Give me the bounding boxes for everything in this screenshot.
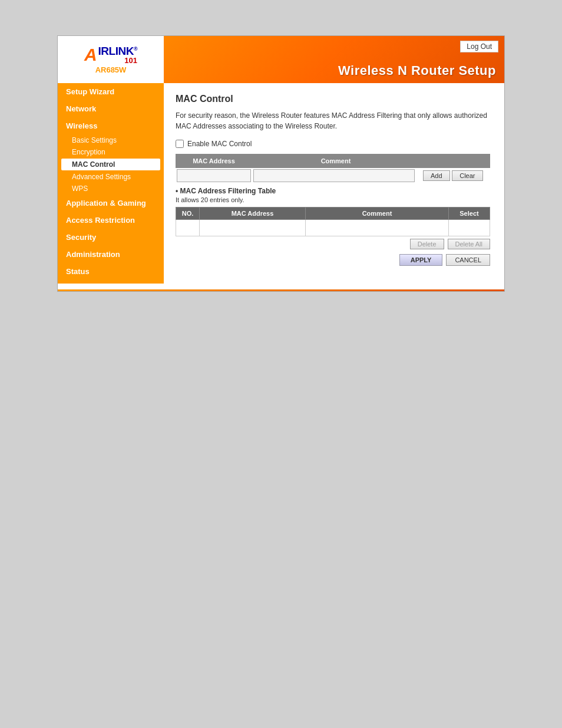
table-row-empty: [176, 220, 490, 236]
th-no: NO.: [176, 207, 200, 220]
delete-row: Delete Delete All: [176, 239, 490, 249]
mac-filter-table: NO. MAC Address Comment Select: [176, 207, 490, 236]
logo-101-text: 101: [98, 57, 137, 64]
th-select: Select: [449, 207, 490, 220]
cancel-button[interactable]: CANCEL: [446, 254, 490, 266]
delete-button[interactable]: Delete: [410, 239, 444, 249]
input-table: MAC Address Comment Add Clear: [176, 154, 490, 183]
sidebar-sub-basic-settings[interactable]: Basic Settings: [58, 134, 164, 146]
comment-col-header: Comment: [252, 154, 419, 168]
router-title: Wireless N Router Setup: [338, 63, 496, 78]
apply-button[interactable]: APPLY: [399, 254, 443, 266]
sidebar-sub-wps[interactable]: WPS: [58, 183, 164, 195]
mac-input-cell: [176, 168, 252, 183]
sidebar-sub-mac-control[interactable]: MAC Control: [61, 159, 160, 170]
th-comment: Comment: [306, 207, 449, 220]
mac-address-col-header: MAC Address: [176, 154, 252, 168]
header: A IRLINK® 101 AR685W Log Out Wireless N …: [58, 36, 504, 83]
footer-line: [58, 289, 504, 291]
enable-mac-control-row: Enable MAC Control: [176, 140, 490, 148]
clear-button[interactable]: Clear: [452, 170, 482, 181]
comment-input-cell: [252, 168, 419, 183]
add-button[interactable]: Add: [423, 170, 450, 181]
sidebar-item-application-gaming[interactable]: Application & Gaming: [58, 195, 164, 212]
mac-table-section: • MAC Address Filtering Table It allows …: [176, 187, 490, 266]
logo-irlink: IRLINK® 101: [98, 45, 137, 64]
enable-mac-control-label: Enable MAC Control: [187, 140, 252, 148]
input-data-row: Add Clear: [176, 168, 490, 183]
sidebar-sub-encryption[interactable]: Encryption: [58, 146, 164, 158]
sidebar-item-administration[interactable]: Administration: [58, 246, 164, 263]
mac-table-subtitle: It allows 20 entries only.: [176, 196, 490, 203]
enable-mac-control-checkbox[interactable]: [176, 140, 184, 148]
blank-col-header: [419, 154, 490, 168]
sidebar-item-network[interactable]: Network: [58, 100, 164, 117]
sidebar-item-setup-wizard[interactable]: Setup Wizard: [58, 83, 164, 100]
description-text: For security reason, the Wireless Router…: [176, 110, 490, 131]
mac-table-header-row: NO. MAC Address Comment Select: [176, 207, 490, 220]
logo-a-icon: A: [84, 46, 97, 64]
sidebar-sub-advanced-settings[interactable]: Advanced Settings: [58, 171, 164, 183]
logo-irlink-text: IRLINK®: [98, 45, 137, 57]
delete-all-button[interactable]: Delete All: [448, 239, 490, 249]
airlink-logo: A IRLINK® 101: [84, 45, 137, 64]
sidebar: Setup Wizard Network Wireless Basic Sett…: [58, 83, 164, 284]
sidebar-item-status[interactable]: Status: [58, 263, 164, 280]
apply-cancel-row: APPLY CANCEL: [176, 254, 490, 266]
mac-table-title: • MAC Address Filtering Table: [176, 187, 490, 195]
router-setup-panel: A IRLINK® 101 AR685W Log Out Wireless N …: [57, 35, 505, 292]
input-header-row: MAC Address Comment: [176, 154, 490, 168]
sidebar-item-access-restriction[interactable]: Access Restriction: [58, 212, 164, 229]
comment-input[interactable]: [253, 169, 415, 182]
content-area: MAC Control For security reason, the Wir…: [164, 83, 504, 284]
header-title-area: Log Out Wireless N Router Setup: [164, 36, 504, 83]
model-number: AR685W: [95, 65, 127, 74]
th-mac-addr: MAC Address: [200, 207, 306, 220]
sidebar-item-security[interactable]: Security: [58, 229, 164, 246]
page-title: MAC Control: [176, 94, 490, 104]
mac-address-input[interactable]: [177, 169, 251, 182]
logo-area: A IRLINK® 101 AR685W: [58, 36, 164, 83]
add-clear-cell: Add Clear: [419, 168, 490, 183]
logout-button[interactable]: Log Out: [460, 41, 498, 52]
main-layout: Setup Wizard Network Wireless Basic Sett…: [58, 83, 504, 284]
sidebar-item-wireless[interactable]: Wireless: [58, 117, 164, 134]
